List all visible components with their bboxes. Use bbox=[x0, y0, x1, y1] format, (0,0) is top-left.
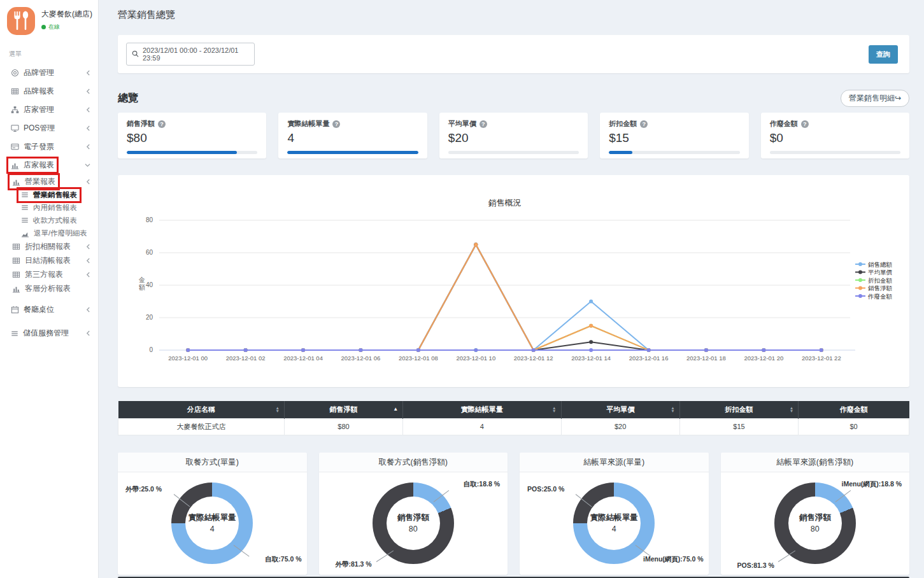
table-column-header[interactable]: 作廢金額 bbox=[799, 401, 909, 418]
sort-arrows-icon[interactable]: ▲▼ bbox=[552, 406, 556, 412]
donut-slice-label: iMenu(網頁):18.8 % bbox=[841, 480, 902, 489]
svg-text:2023-12-01 14: 2023-12-01 14 bbox=[571, 355, 611, 362]
sort-arrows-icon[interactable]: ▲▼ bbox=[790, 406, 793, 412]
sidebar-item-label: POS管理 bbox=[24, 123, 55, 134]
date-range-value: 2023/12/01 00:00 - 2023/12/01 23:59 bbox=[143, 46, 249, 62]
donut-slice-label: 外帶:81.3 % bbox=[336, 560, 372, 569]
sidebar-item[interactable]: 營業銷售報表 bbox=[0, 188, 98, 201]
sitemap-icon bbox=[11, 106, 19, 114]
table-column-header[interactable]: 分店名稱▲▼ bbox=[118, 401, 285, 418]
metric-progress-bar bbox=[609, 151, 739, 154]
chevron-left-icon bbox=[86, 88, 90, 94]
sidebar-item-label: 內用銷售報表 bbox=[33, 203, 77, 213]
donut-slice-label: POS:81.3 % bbox=[737, 561, 774, 569]
svg-text:2023-12-01 18: 2023-12-01 18 bbox=[686, 355, 726, 362]
sidebar-item-group: 電子發票 bbox=[9, 141, 56, 153]
line-chart-svg: 銷售概況020406080金額2023-12-01 002023-12-01 0… bbox=[118, 175, 909, 387]
status-dot-icon bbox=[41, 25, 46, 29]
chevron-left-icon bbox=[86, 179, 90, 185]
sidebar-item[interactable]: POS管理 bbox=[0, 119, 98, 137]
table-column-header[interactable]: 折扣金額▲▼ bbox=[679, 401, 798, 418]
sort-arrows-icon[interactable]: ▲▼ bbox=[275, 406, 279, 412]
query-button[interactable]: 查詢 bbox=[869, 45, 898, 64]
sidebar-item[interactable]: 退單/作廢明細表 bbox=[0, 227, 98, 239]
svg-text:銷售淨額: 銷售淨額 bbox=[868, 285, 893, 292]
sidebar-item-label: 收款方式報表 bbox=[33, 216, 77, 225]
table-icon bbox=[12, 243, 20, 251]
sidebar-item-group: POS管理 bbox=[9, 122, 57, 134]
table-icon bbox=[11, 87, 19, 95]
sidebar-item-label: 營業銷售報表 bbox=[33, 190, 77, 200]
svg-text:金額: 金額 bbox=[138, 276, 145, 291]
table-cell: $80 bbox=[284, 418, 402, 435]
restaurant-logo-icon bbox=[6, 6, 36, 38]
sidebar-item[interactable]: 品牌報表 bbox=[0, 82, 98, 101]
svg-text:40: 40 bbox=[146, 281, 153, 288]
svg-text:銷售概況: 銷售概況 bbox=[488, 198, 522, 208]
help-icon[interactable]: ? bbox=[801, 120, 809, 128]
svg-text:2023-12-01 02: 2023-12-01 02 bbox=[226, 355, 266, 362]
metric-value: $20 bbox=[448, 131, 579, 145]
metric-card: 折扣金額?$15 bbox=[600, 113, 748, 159]
sidebar-item[interactable]: 品牌管理 bbox=[0, 64, 98, 82]
sidebar-item[interactable]: 電子發票 bbox=[0, 137, 98, 156]
donut-chart-title: 結帳單來源(單量) bbox=[520, 453, 709, 472]
donut-chart-card: 結帳單來源(銷售淨額)銷售淨額80iMenu(網頁):18.8 %POS:81.… bbox=[721, 453, 910, 575]
metric-progress-bar bbox=[287, 151, 418, 154]
sidebar-item[interactable]: 內用銷售報表 bbox=[0, 201, 98, 214]
online-status: 在線 bbox=[41, 23, 92, 31]
chart-legend[interactable]: 銷售總額平均單價折扣金額銷售淨額作廢金額 bbox=[855, 261, 893, 300]
sidebar-item[interactable]: 第三方報表 bbox=[0, 267, 98, 281]
chevron-down-icon bbox=[85, 163, 90, 167]
help-icon[interactable]: ? bbox=[158, 120, 166, 128]
table-column-header[interactable]: 銷售淨額▲ bbox=[284, 401, 402, 418]
sort-asc-icon[interactable]: ▲ bbox=[393, 407, 398, 412]
sidebar-item[interactable]: 儲值服務管理 bbox=[0, 324, 98, 342]
sidebar-item-group: 日結清帳報表 bbox=[10, 255, 73, 267]
donut-charts-row: 取餐方式(單量)實際結帳單量4自取:75.0 %外帶:25.0 %取餐方式(銷售… bbox=[118, 453, 909, 575]
svg-text:2023-12-01 12: 2023-12-01 12 bbox=[514, 355, 553, 362]
sidebar-item[interactable]: 客層分析報表 bbox=[0, 281, 98, 295]
table-cell: $15 bbox=[679, 418, 798, 435]
sidebar-item[interactable]: 營業報表 bbox=[0, 174, 98, 188]
svg-text:2023-12-01 04: 2023-12-01 04 bbox=[283, 355, 323, 362]
donut-ring: 實際結帳單量4 bbox=[171, 483, 253, 564]
table-column-header[interactable]: 平均單價▲▼ bbox=[561, 401, 679, 418]
sales-detail-button[interactable]: 營業銷售明細↪ bbox=[841, 90, 909, 107]
metric-value: 4 bbox=[287, 131, 418, 145]
calendar-icon bbox=[11, 306, 19, 314]
donut-center-label: 銷售淨額80 bbox=[387, 497, 440, 550]
sidebar-item[interactable]: 店家報表 bbox=[0, 156, 98, 174]
svg-text:折扣金額: 折扣金額 bbox=[868, 277, 893, 284]
sort-arrows-icon[interactable]: ▲▼ bbox=[671, 406, 674, 412]
donut-slice-label: 自取:75.0 % bbox=[265, 555, 301, 564]
search-icon bbox=[132, 50, 139, 59]
metric-label: 平均單價? bbox=[448, 119, 579, 129]
table-icon bbox=[12, 271, 20, 279]
metric-progress-bar bbox=[770, 151, 900, 154]
svg-text:20: 20 bbox=[146, 314, 153, 321]
sidebar-item[interactable]: 店家管理 bbox=[0, 101, 98, 119]
sidebar-item-label: 餐廳桌位 bbox=[24, 304, 54, 315]
sidebar-item-label: 品牌報表 bbox=[24, 86, 54, 97]
table-cell: $0 bbox=[799, 418, 909, 435]
page-title: 營業銷售總覽 bbox=[118, 9, 909, 21]
sidebar-item[interactable]: 收款方式報表 bbox=[0, 214, 98, 227]
red-annotation-box: 營業報表 bbox=[10, 176, 57, 188]
metric-progress-bar bbox=[127, 151, 257, 154]
svg-text:2023-12-01 06: 2023-12-01 06 bbox=[341, 355, 381, 362]
chevron-left-icon bbox=[86, 330, 90, 336]
svg-text:2023-12-01 16: 2023-12-01 16 bbox=[629, 355, 669, 362]
date-range-input[interactable]: 2023/12/01 00:00 - 2023/12/01 23:59 bbox=[126, 43, 255, 66]
help-icon[interactable]: ? bbox=[332, 120, 340, 128]
table-column-header[interactable]: 實際結帳單量▲▼ bbox=[403, 401, 561, 418]
sidebar-item[interactable]: 折扣相關報表 bbox=[0, 239, 98, 253]
metric-card: 作廢金額?$0 bbox=[761, 113, 909, 159]
sidebar-item[interactable]: 日結清帳報表 bbox=[0, 253, 98, 267]
invoice-icon bbox=[11, 143, 19, 151]
sidebar-item[interactable]: 餐廳桌位 bbox=[0, 300, 98, 319]
metric-value: $80 bbox=[127, 131, 257, 145]
help-icon[interactable]: ? bbox=[640, 120, 648, 128]
sidebar: 大麥餐飲(總店) 在線 選單 品牌管理品牌報表店家管理POS管理電子發票店家報表… bbox=[0, 0, 99, 578]
help-icon[interactable]: ? bbox=[480, 120, 487, 128]
